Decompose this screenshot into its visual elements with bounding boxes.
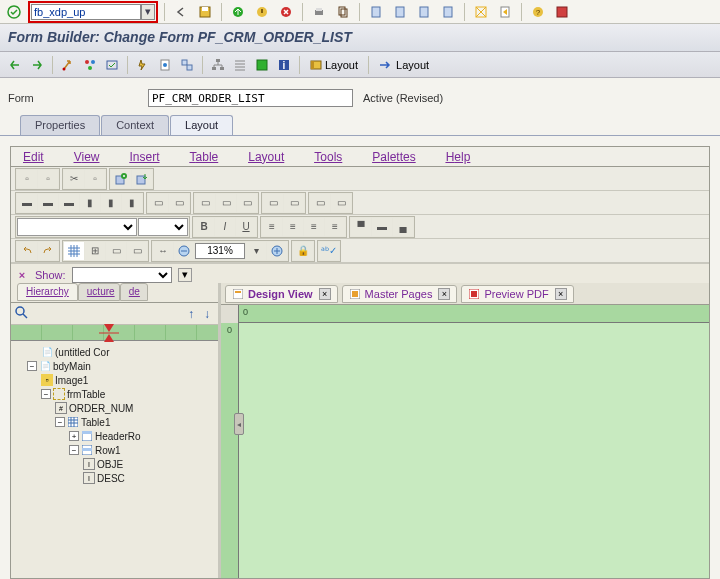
check-icon[interactable] [103, 56, 121, 74]
menu-help[interactable]: Help [446, 150, 471, 164]
layout-button-2[interactable]: Layout [375, 56, 433, 74]
ok-icon[interactable] [4, 2, 24, 22]
distribute-h-icon[interactable]: ▭ [148, 194, 168, 212]
distribute-v-icon[interactable]: ▭ [169, 194, 189, 212]
bold-button[interactable]: B [194, 218, 214, 236]
library-save-icon[interactable] [132, 170, 152, 188]
help-icon[interactable]: ? [528, 2, 548, 22]
page-prev-icon[interactable] [390, 2, 410, 22]
valign-middle-icon[interactable]: ▬ [372, 218, 392, 236]
show-select[interactable] [72, 267, 172, 283]
copy-icon[interactable]: ▫ [85, 170, 105, 188]
save-icon[interactable] [195, 2, 215, 22]
tree-untitled[interactable]: (untitled Cor [55, 347, 109, 358]
fit-page-icon[interactable]: ↔ [153, 242, 173, 260]
search-icon[interactable] [15, 306, 31, 322]
menu-edit[interactable]: Edit [23, 150, 44, 164]
menu-layout[interactable]: Layout [248, 150, 284, 164]
spellcheck-icon[interactable]: ᵃᵇ✓ [319, 242, 339, 260]
align-right-icon[interactable]: ▬ [59, 194, 79, 212]
center-v-icon[interactable]: ▭ [284, 194, 304, 212]
align-center-h-icon[interactable]: ▬ [38, 194, 58, 212]
command-dropdown[interactable]: ▾ [141, 4, 155, 20]
exit-icon[interactable] [252, 2, 272, 22]
group-icon[interactable]: ▭ [310, 194, 330, 212]
tab-master-pages[interactable]: Master Pages × [342, 285, 458, 303]
text-align-center-icon[interactable]: ≡ [283, 218, 303, 236]
tree-toggle[interactable]: − [55, 417, 65, 427]
up-icon[interactable] [228, 2, 248, 22]
zoom-dropdown[interactable]: ▾ [246, 242, 266, 260]
tree-toggle[interactable]: − [69, 445, 79, 455]
tree-bdymain[interactable]: bdyMain [53, 361, 91, 372]
tab-design-view[interactable]: Design View × [225, 285, 338, 303]
text-align-left-icon[interactable]: ≡ [262, 218, 282, 236]
menu-insert[interactable]: Insert [130, 150, 160, 164]
same-size-icon[interactable]: ▭ [237, 194, 257, 212]
tree-obje[interactable]: OBJE [97, 459, 123, 470]
tab-layout[interactable]: Layout [170, 115, 233, 135]
font-size-select[interactable] [138, 218, 188, 236]
print-icon[interactable] [309, 2, 329, 22]
window-icon[interactable] [253, 56, 271, 74]
lock-icon[interactable]: 🔒 [293, 242, 313, 260]
tree-desc[interactable]: DESC [97, 473, 125, 484]
hierarchy-tab[interactable]: Hierarchy [17, 283, 78, 301]
grid-icon[interactable] [64, 242, 84, 260]
tree-headerrow[interactable]: HeaderRo [95, 431, 141, 442]
tab-preview-pdf[interactable]: Preview PDF × [461, 285, 573, 303]
tree-up-icon[interactable]: ↑ [184, 307, 198, 321]
splitter-handle[interactable]: ◂ [234, 413, 244, 435]
center-h-icon[interactable]: ▭ [263, 194, 283, 212]
tab-close-icon[interactable]: × [319, 288, 331, 300]
form-name-input[interactable] [148, 89, 353, 107]
data-tab[interactable]: de [120, 283, 148, 301]
where-used-icon[interactable] [178, 56, 196, 74]
design-canvas[interactable]: ◂ [239, 323, 709, 578]
back-icon[interactable] [171, 2, 191, 22]
zoom-in-button[interactable] [267, 242, 287, 260]
tree-ordernum[interactable]: ORDER_NUM [69, 403, 133, 414]
align-top-icon[interactable]: ▮ [80, 194, 100, 212]
tab-properties[interactable]: Properties [20, 115, 100, 135]
zoom-out-button[interactable] [174, 242, 194, 260]
library-add-icon[interactable] [111, 170, 131, 188]
redo-icon[interactable] [38, 242, 58, 260]
shortcut-icon[interactable] [495, 2, 515, 22]
other-object-icon[interactable] [81, 56, 99, 74]
session-new-icon[interactable] [471, 2, 491, 22]
tree-image1[interactable]: Image1 [55, 375, 88, 386]
align-middle-icon[interactable]: ▮ [101, 194, 121, 212]
page-next-icon[interactable] [414, 2, 434, 22]
ungroup-icon[interactable]: ▭ [331, 194, 351, 212]
font-family-select[interactable] [17, 218, 137, 236]
valign-top-icon[interactable]: ▀ [351, 218, 371, 236]
tree-toggle[interactable]: − [27, 361, 37, 371]
show-close-icon[interactable]: × [15, 268, 29, 282]
new-icon[interactable]: ▫ [17, 170, 37, 188]
page-first-icon[interactable] [366, 2, 386, 22]
info-icon[interactable]: i [275, 56, 293, 74]
customize-icon[interactable] [552, 2, 572, 22]
list-icon[interactable] [231, 56, 249, 74]
tab-context[interactable]: Context [101, 115, 169, 135]
text-align-justify-icon[interactable]: ≡ [325, 218, 345, 236]
nav-forward-icon[interactable] [28, 56, 46, 74]
zoom-input[interactable] [195, 243, 245, 259]
tree-frmtable[interactable]: frmTable [67, 389, 105, 400]
ruler-icon[interactable]: ▭ [106, 242, 126, 260]
tree-toggle[interactable]: − [41, 389, 51, 399]
same-height-icon[interactable]: ▭ [216, 194, 236, 212]
guides-icon[interactable]: ▭ [127, 242, 147, 260]
menu-view[interactable]: View [74, 150, 100, 164]
find-icon[interactable] [333, 2, 353, 22]
page-last-icon[interactable] [438, 2, 458, 22]
open-icon[interactable]: ▫ [38, 170, 58, 188]
snap-icon[interactable]: ⊞ [85, 242, 105, 260]
tree-toggle[interactable]: + [69, 431, 79, 441]
tab-close-icon[interactable]: × [555, 288, 567, 300]
structure-tab[interactable]: ucture [78, 283, 120, 301]
undo-icon[interactable] [17, 242, 37, 260]
command-input[interactable] [31, 4, 141, 20]
menu-palettes[interactable]: Palettes [372, 150, 415, 164]
